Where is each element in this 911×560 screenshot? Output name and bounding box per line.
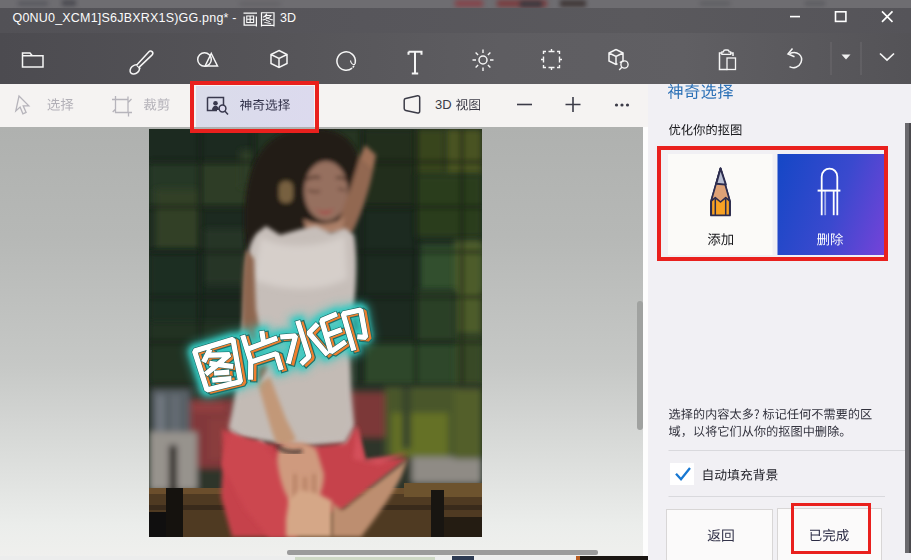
svg-text:3D: 3D [280,11,296,25]
svg-text:3D: 3D [435,97,452,112]
svg-text:Q0NU0_XCM1]S6JBXRX1S)GG.png* -: Q0NU0_XCM1]S6JBXRX1S)GG.png* - [13,11,237,25]
